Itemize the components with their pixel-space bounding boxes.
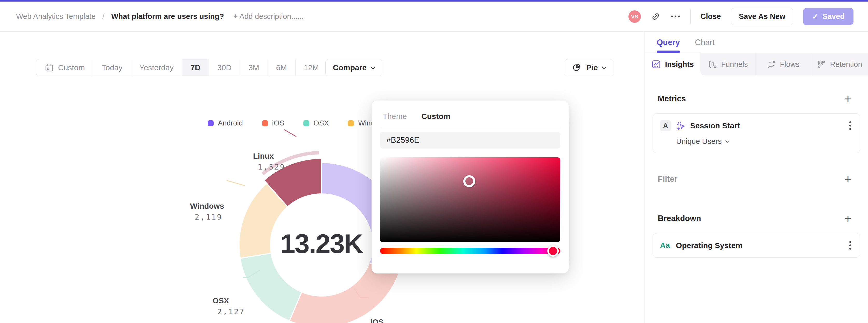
funnels-icon: [708, 60, 717, 69]
legend-item-android[interactable]: Android: [204, 117, 247, 130]
leader-linux: [284, 130, 296, 137]
range-label: 12M: [304, 63, 319, 72]
range-3m[interactable]: 3M: [240, 59, 268, 76]
popup-divider: [380, 127, 560, 127]
hex-color-input[interactable]: [380, 132, 560, 149]
metric-event-label[interactable]: Session Start: [690, 121, 740, 130]
range-label: 30D: [217, 63, 231, 72]
saved-button[interactable]: ✓ Saved: [803, 8, 854, 25]
breakdown-card[interactable]: Aa Operating System: [653, 233, 860, 258]
hue-slider[interactable]: [380, 248, 560, 254]
range-7d[interactable]: 7D: [182, 59, 209, 76]
hue-handle[interactable]: [547, 245, 559, 257]
tab-label: Flows: [780, 60, 800, 69]
chevron-down-icon: [370, 65, 375, 69]
tab-retention[interactable]: Retention: [811, 53, 868, 75]
range-label: Yesterday: [139, 63, 174, 72]
breadcrumb-separator: /: [102, 12, 104, 21]
text-property-icon: Aa: [660, 241, 670, 250]
range-12m[interactable]: 12M: [295, 59, 327, 76]
callout-value: 2,127: [213, 307, 245, 316]
share-link-button[interactable]: [651, 12, 660, 22]
breakdown-property-label[interactable]: Operating System: [676, 241, 743, 250]
saved-label: Saved: [823, 12, 845, 21]
add-filter-button[interactable]: +: [841, 174, 855, 184]
callout-label: Windows: [190, 202, 224, 211]
insights-icon: [652, 60, 661, 69]
callout-linux: Linux 1,529: [253, 152, 285, 171]
metrics-header: Metrics +: [653, 94, 860, 104]
range-yesterday[interactable]: Yesterday: [131, 59, 182, 76]
tab-flows[interactable]: Flows: [755, 53, 811, 75]
add-description-button[interactable]: + Add description......: [233, 12, 304, 21]
check-icon: ✓: [812, 12, 818, 21]
legend-item-ios[interactable]: iOS: [258, 117, 288, 130]
tab-funnels[interactable]: Funnels: [701, 53, 755, 75]
metric-series-badge: A: [660, 120, 671, 131]
add-breakdown-button[interactable]: +: [841, 213, 855, 224]
metrics-title: Metrics: [658, 94, 686, 103]
chart-type-button[interactable]: Pie: [565, 59, 613, 76]
range-6m[interactable]: 6M: [268, 59, 295, 76]
ios-swatch: [262, 120, 268, 126]
more-options-button[interactable]: [671, 14, 681, 19]
callout-osx: OSX 2,127: [213, 296, 245, 316]
header-actions: VS Close Save As New ✓ Saved: [628, 8, 854, 25]
legend-item-osx[interactable]: OSX: [300, 117, 332, 130]
aggregation-dropdown[interactable]: Unique Users: [676, 137, 853, 146]
close-button[interactable]: Close: [701, 12, 721, 21]
pie-slice-osx[interactable]: [240, 253, 302, 321]
saturation-area[interactable]: [380, 157, 560, 242]
filter-title: Filter: [658, 174, 677, 184]
breakdown-title: Breakdown: [658, 214, 701, 223]
range-label: 7D: [191, 63, 200, 72]
add-metric-button[interactable]: +: [841, 94, 855, 104]
breakdown-menu-button[interactable]: [848, 239, 853, 251]
aggregation-label: Unique Users: [676, 137, 722, 146]
chart-type-label: Pie: [586, 63, 598, 72]
autocapture-event-icon: [676, 121, 686, 131]
avatar[interactable]: VS: [628, 10, 641, 23]
tab-theme[interactable]: Theme: [383, 112, 407, 121]
windows-swatch: [348, 120, 354, 126]
save-as-new-button[interactable]: Save As New: [731, 8, 793, 25]
metric-menu-button[interactable]: [848, 120, 853, 131]
range-label: Today: [102, 63, 122, 72]
page-title[interactable]: What platform are users using?: [111, 12, 224, 21]
compare-button[interactable]: Compare: [326, 59, 382, 76]
color-picker-popup: Theme Custom: [372, 100, 569, 273]
header-divider: [690, 9, 691, 24]
calendar-icon: [44, 63, 54, 72]
callout-value: 2,119: [190, 213, 224, 221]
callout-label: iOS: [370, 318, 403, 323]
tab-custom[interactable]: Custom: [421, 112, 450, 121]
legend-label: OSX: [313, 119, 329, 127]
link-icon: [651, 12, 660, 22]
range-custom[interactable]: Custom: [36, 59, 93, 76]
breadcrumb-root-link[interactable]: Web Analytics Template: [16, 12, 96, 21]
query-panel: Query Chart Insights Funnels: [645, 32, 868, 323]
breadcrumb: Web Analytics Template / What platform a…: [16, 12, 304, 21]
range-30d[interactable]: 30D: [209, 59, 240, 76]
tab-chart[interactable]: Chart: [695, 32, 715, 53]
legend-label: Android: [218, 119, 243, 127]
range-label: 3M: [248, 63, 259, 72]
top-bar: Web Analytics Template / What platform a…: [0, 0, 868, 32]
app-window: Web Analytics Template / What platform a…: [0, 0, 868, 323]
tab-query[interactable]: Query: [657, 32, 680, 53]
tab-insights[interactable]: Insights: [645, 53, 701, 75]
metric-card[interactable]: A Session Start Unique Users: [653, 113, 860, 153]
date-range-group: CustomTodayYesterday7D30D3M6M12MXTD: [36, 59, 367, 76]
insight-mode-tabs: Insights Funnels Flows: [645, 53, 868, 75]
pie-chart-icon: [572, 63, 582, 72]
range-label: Custom: [58, 63, 85, 72]
filter-header: Filter +: [653, 174, 860, 184]
range-today[interactable]: Today: [93, 59, 131, 76]
chevron-down-icon: [725, 139, 729, 143]
flows-icon: [767, 60, 776, 69]
callout-label: OSX: [213, 296, 245, 305]
callout-value: 1,529: [253, 163, 285, 171]
saturation-handle[interactable]: [463, 175, 475, 187]
callout-label: Linux: [253, 152, 285, 160]
osx-swatch: [303, 120, 309, 126]
